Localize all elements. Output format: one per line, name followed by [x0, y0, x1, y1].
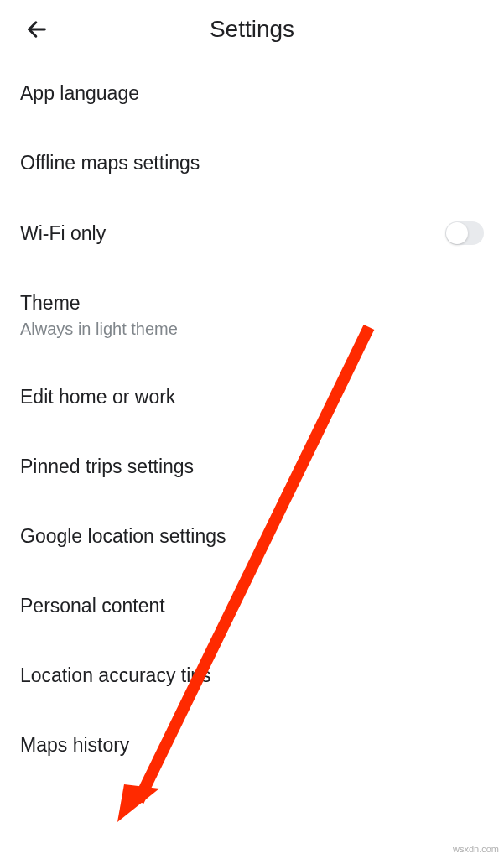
settings-list: App language Offline maps settings Wi-Fi… [0, 59, 504, 780]
setting-label: Wi-Fi only [20, 222, 445, 245]
setting-pinned-trips[interactable]: Pinned trips settings [20, 432, 484, 502]
setting-label: Location accuracy tips [20, 664, 484, 687]
setting-theme[interactable]: Theme Always in light theme [20, 268, 484, 362]
setting-label: Edit home or work [20, 386, 484, 409]
setting-label: Theme [20, 292, 484, 315]
setting-offline-maps[interactable]: Offline maps settings [20, 128, 484, 198]
setting-label: App language [20, 82, 484, 105]
svg-marker-3 [117, 784, 159, 822]
page-title: Settings [54, 16, 450, 43]
arrow-left-icon [25, 18, 49, 41]
setting-label: Pinned trips settings [20, 456, 484, 478]
setting-sublabel: Always in light theme [20, 320, 484, 339]
setting-label: Offline maps settings [20, 152, 484, 174]
wifi-only-toggle[interactable] [445, 221, 484, 245]
setting-personal-content[interactable]: Personal content [20, 571, 484, 641]
setting-label: Maps history [20, 734, 484, 757]
watermark: wsxdn.com [453, 844, 499, 854]
setting-edit-home-work[interactable]: Edit home or work [20, 362, 484, 432]
setting-location-accuracy[interactable]: Location accuracy tips [20, 641, 484, 711]
setting-app-language[interactable]: App language [20, 59, 484, 128]
setting-google-location[interactable]: Google location settings [20, 502, 484, 571]
back-button[interactable] [20, 13, 54, 46]
setting-label: Google location settings [20, 525, 484, 548]
setting-maps-history[interactable]: Maps history [20, 711, 484, 780]
header: Settings [0, 0, 504, 59]
toggle-knob [446, 222, 468, 244]
setting-label: Personal content [20, 595, 484, 617]
setting-wifi-only[interactable]: Wi-Fi only [20, 198, 484, 268]
